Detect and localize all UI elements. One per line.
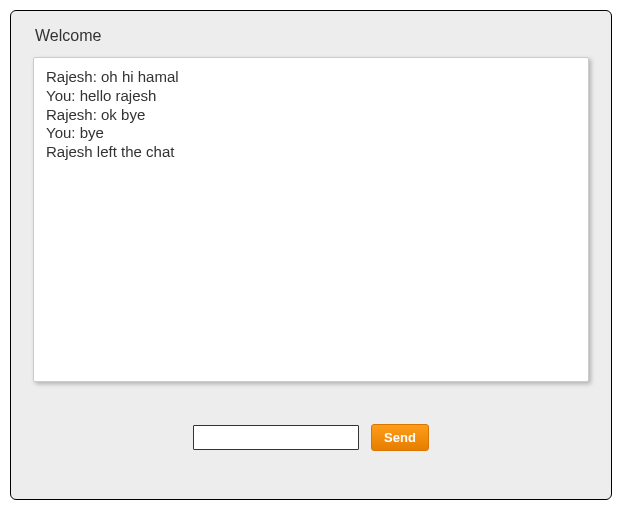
chat-message: Rajesh left the chat bbox=[46, 143, 576, 162]
chat-window: Welcome Rajesh: oh hi hamal You: hello r… bbox=[10, 10, 612, 500]
chat-message: Rajesh: ok bye bbox=[46, 106, 576, 125]
message-input[interactable] bbox=[193, 425, 359, 450]
welcome-label: Welcome bbox=[35, 27, 587, 45]
chat-log[interactable]: Rajesh: oh hi hamal You: hello rajesh Ra… bbox=[33, 57, 589, 382]
chat-message: You: bye bbox=[46, 124, 576, 143]
chat-message: You: hello rajesh bbox=[46, 87, 576, 106]
send-button[interactable]: Send bbox=[371, 424, 429, 451]
chat-message: Rajesh: oh hi hamal bbox=[46, 68, 576, 87]
message-input-row: Send bbox=[33, 424, 589, 451]
